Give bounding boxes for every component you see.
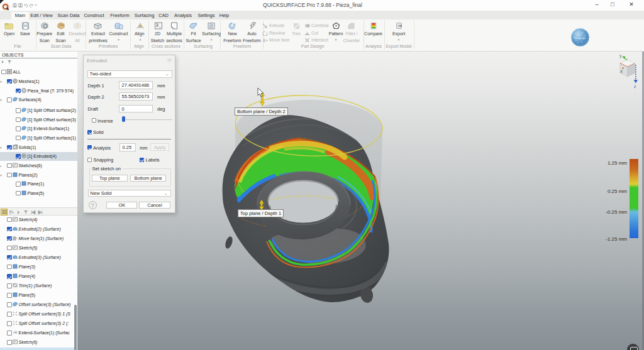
- svg-text:WorkCentre: WorkCentre: [574, 36, 586, 39]
- svg-text:z: z: [634, 84, 636, 89]
- svg-text:y: y: [619, 53, 622, 58]
